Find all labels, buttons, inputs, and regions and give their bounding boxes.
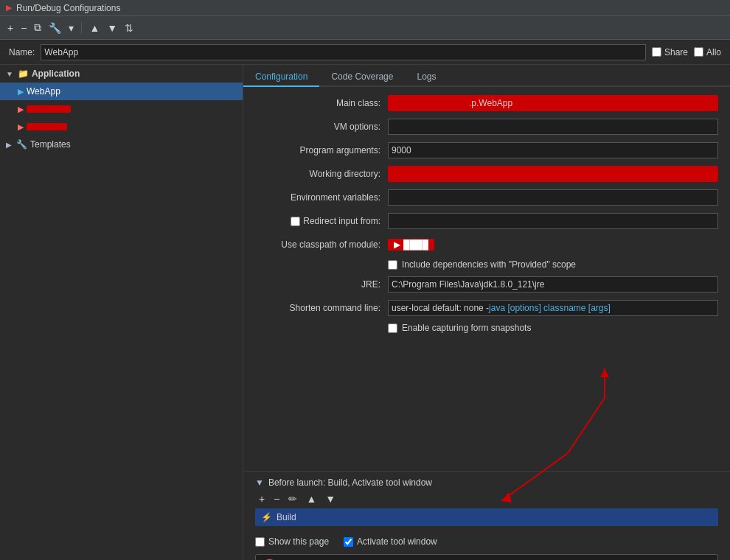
main-layout: ▼ 📁 Application ▶ WebApp ▶ ▶ [0,65,730,560]
shorten-cmd-highlight: java [options] classname [args] [489,303,611,313]
tab-configuration[interactable]: Configuration [243,68,319,87]
left-panel: ▼ 📁 Application ▶ WebApp ▶ ▶ [0,65,243,560]
titlebar-icon: ▶ [6,3,12,13]
run-icon3: ▶ [18,122,24,132]
program-args-label: Program arguments: [255,145,388,155]
env-vars-input[interactable] [388,189,718,206]
tree-item-redacted1[interactable]: ▶ [0,100,243,118]
classpath-badge[interactable]: ▶ ████ [388,239,434,251]
tree-item-redacted2[interactable]: ▶ [0,118,243,136]
before-launch-move-down-button[interactable]: ▼ [321,492,339,505]
share-label: Share [664,47,688,57]
include-deps-row: Include dependencies with "Provided" sco… [255,259,718,270]
titlebar-title: Run/Debug Configurations [16,3,120,13]
copy-config-button[interactable]: ⧉ [31,20,44,35]
vm-options-input[interactable] [388,119,718,135]
webapp-label: WebApp [27,86,60,97]
build-label: Build [277,512,296,522]
shorten-cmd-label: Shorten command line: [255,303,388,313]
toolbar: + − ⧉ 🔧 ▾ ▲ ▼ ⇅ [0,16,730,40]
classpath-value-container: ▶ ████ [388,239,434,251]
enable-snapshots-checkbox[interactable] [388,323,397,333]
env-vars-row: Environment variables: [255,189,718,206]
bottom-checks: Show this page Activate tool window [243,532,730,551]
config-form: Main class: ████████████ .p.WebApp VM op… [243,87,730,471]
tab-code-coverage[interactable]: Code Coverage [319,68,405,87]
share-checkbox[interactable] [652,47,661,57]
program-args-input[interactable] [388,142,718,158]
settings-button[interactable]: 🔧 [46,21,64,35]
include-deps-label: Include dependencies with "Provided" sco… [402,259,576,270]
include-deps-checkbox[interactable] [388,260,397,270]
redirect-checkbox[interactable] [291,217,300,226]
working-dir-row: Working directory: ████████████ ... [255,165,718,183]
tree-item-application[interactable]: ▼ 📁 Application [0,65,243,83]
redirect-label-container: Redirect input from: [255,216,388,226]
show-page-row[interactable]: Show this page [255,536,329,547]
main-class-value: .p.WebApp [469,98,512,108]
name-input[interactable] [41,44,646,60]
main-class-row: Main class: ████████████ .p.WebApp [255,94,718,112]
main-class-value-container[interactable]: ████████████ .p.WebApp [388,95,718,111]
working-dir-value: ... [467,169,475,179]
redacted-label-1 [27,105,71,113]
allow-label: Allo [706,47,721,57]
working-dir-label: Working directory: [255,169,388,179]
build-icon: ⚡ [261,512,272,522]
before-launch-caret: ▼ [255,477,264,488]
tab-logs[interactable]: Logs [405,68,448,87]
show-page-checkbox[interactable] [255,537,265,547]
classpath-label: Use classpath of module: [255,239,388,250]
caret-icon: ▼ [6,70,13,78]
jre-row: JRE: [255,276,718,293]
shorten-cmd-value[interactable]: user-local default: none - java [options… [388,300,718,316]
jre-input[interactable] [388,276,718,293]
dropdown-button[interactable]: ▾ [66,21,77,35]
before-launch-move-up-button[interactable]: ▲ [302,492,320,505]
move-up-button[interactable]: ▲ [86,21,102,35]
working-dir-redacted: ████████████ [392,169,467,179]
tree-item-webapp[interactable]: ▶ WebApp [0,83,243,100]
before-launch-remove-button[interactable]: − [270,492,283,505]
before-launch-edit-button[interactable]: ✏ [285,492,301,505]
working-dir-value-container[interactable]: ████████████ ... [388,166,718,182]
main-class-redacted: ████████████ [392,98,467,108]
run-icon: ▶ [18,87,24,97]
activate-tool-window-row[interactable]: Activate tool window [344,536,437,547]
run-icon2: ▶ [18,105,24,114]
tree-item-templates[interactable]: ▶ 🔧 Templates [0,136,243,153]
toolbar-separator [81,22,82,34]
jre-label: JRE: [255,279,388,290]
titlebar: ▶ Run/Debug Configurations [0,0,730,16]
before-launch-toolbar: + − ✏ ▲ ▼ [255,492,718,505]
redirect-input-field[interactable] [388,213,718,229]
activate-tool-window-checkbox[interactable] [344,537,353,547]
remove-config-button[interactable]: − [18,21,29,35]
name-row: Name: Share Allo [0,40,730,65]
warning-bar: ⛔ Warning: No JDK specified for module '… [255,554,718,560]
move-down-button[interactable]: ▼ [104,21,120,35]
templates-label: Templates [30,139,71,150]
env-vars-label: Environment variables: [255,192,388,203]
sort-button[interactable]: ⇅ [122,21,136,35]
shorten-cmd-normal: user-local default: none - [392,303,489,313]
folder-icon: 📁 [18,69,29,79]
classpath-badge-text: ████ [403,239,428,250]
build-item[interactable]: ⚡ Build [255,508,718,526]
share-checkbox-row: Share [652,47,688,57]
classpath-row: Use classpath of module: ▶ ████ [255,236,718,253]
show-page-label: Show this page [268,536,329,547]
before-launch-section: ▼ Before launch: Build, Activate tool wi… [243,471,730,532]
activate-tool-window-label: Activate tool window [357,536,437,547]
main-class-label: Main class: [255,98,388,108]
before-launch-add-button[interactable]: + [255,492,268,505]
allow-checkbox[interactable] [694,47,703,57]
vm-options-row: VM options: [255,118,718,136]
program-args-row: Program arguments: [255,141,718,159]
enable-snapshots-label: Enable capturing form snapshots [402,323,531,333]
redirect-input-label: Redirect input from: [303,216,380,226]
name-label: Name: [9,47,35,57]
add-config-button[interactable]: + [4,21,16,35]
before-launch-header: ▼ Before launch: Build, Activate tool wi… [255,477,718,488]
vm-options-label: VM options: [255,122,388,132]
